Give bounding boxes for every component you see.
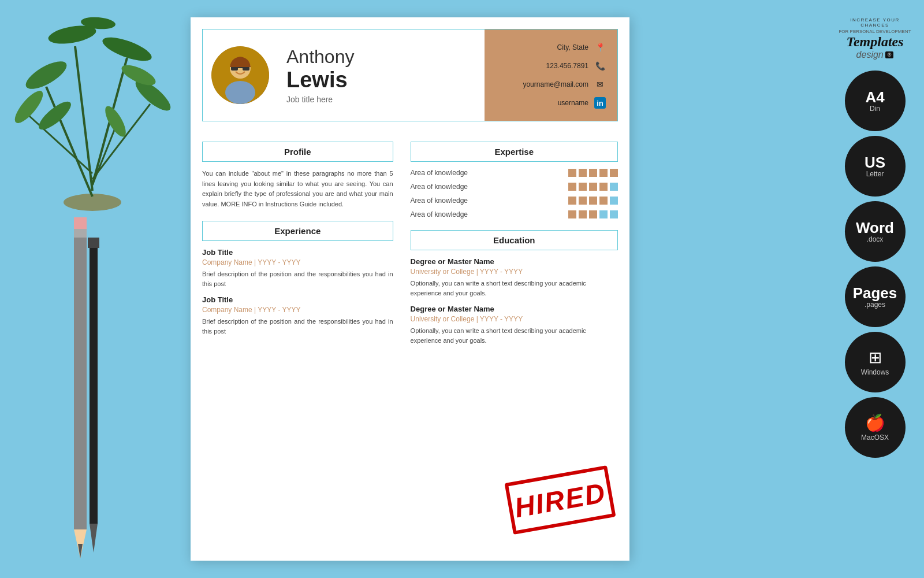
education-section: Education Degree or Master Name Universi… (411, 230, 618, 345)
dot (599, 169, 608, 177)
email-icon: ✉ (594, 79, 606, 90)
expertise-header: Expertise (411, 142, 618, 162)
dot (589, 197, 597, 205)
dot (568, 197, 576, 205)
badge-windows-sub: Windows (861, 368, 889, 376)
expertise-label-1: Area of knowledge (411, 169, 468, 177)
education-header: Education (411, 230, 618, 250)
job-desc-1: Brief description of the position and th… (202, 269, 393, 288)
expertise-item-2: Area of knowledge (411, 183, 618, 191)
dot-empty (610, 197, 618, 205)
pencil-decoration (58, 200, 104, 578)
svg-rect-16 (74, 229, 87, 529)
university-1: University or College | YYYY - YYYY (411, 268, 618, 276)
degree-1: Degree or Master Name (411, 257, 618, 266)
apple-icon: 🍎 (865, 413, 885, 432)
edu-item-2: Degree or Master Name University or Coll… (411, 305, 618, 345)
experience-header: Experience (202, 221, 393, 241)
company-2: Company Name | YYYY - YYYY (202, 306, 393, 314)
phone-text: 123.456.7891 (546, 62, 588, 70)
expertise-item-4: Area of knowledge (411, 210, 618, 218)
skill-dots-1 (568, 169, 618, 177)
profile-header: Profile (202, 142, 393, 162)
company-1: Company Name | YYYY - YYYY (202, 258, 393, 266)
badge-us-main: US (865, 155, 885, 170)
badge-pages-sub: .pages (865, 301, 885, 309)
badge-word-sub: .docx (867, 235, 884, 243)
dot-empty (610, 210, 618, 218)
templates-brand-text: Templates (837, 34, 912, 50)
resume-header: Anthony Lewis Job title here City, State… (202, 29, 618, 121)
dot (568, 169, 576, 177)
svg-point-26 (225, 81, 255, 104)
badge-word-main: Word (856, 220, 894, 235)
skill-dots-4 (568, 210, 618, 218)
edu-desc-1: Optionally, you can write a short text d… (411, 279, 618, 298)
first-name: Anthony (286, 46, 476, 68)
brand-tagline: INCREASE YOUR CHANCES (837, 17, 912, 28)
job-title-1: Job Title (202, 248, 393, 257)
linkedin-text: username (558, 99, 588, 107)
windows-icon: ⊞ (869, 348, 882, 367)
badge-a4: A4 Din (845, 71, 906, 131)
city-text: City, State (557, 43, 588, 51)
dot (579, 197, 587, 205)
dot (589, 183, 597, 191)
skill-dots-3 (568, 197, 618, 205)
phone-icon: 📞 (594, 60, 606, 72)
contact-info: City, State 📍 123.456.7891 📞 yourname@ma… (485, 29, 617, 121)
dot (568, 183, 576, 191)
dot (589, 210, 597, 218)
dot (579, 169, 587, 177)
job-item-2: Job Title Company Name | YYYY - YYYY Bri… (202, 295, 393, 336)
expertise-label-2: Area of knowledge (411, 183, 468, 191)
avatar (211, 46, 269, 104)
badge-us-sub: Letter (866, 170, 884, 178)
expertise-item-1: Area of knowledge (411, 169, 618, 177)
brand-logo: INCREASE YOUR CHANCES FOR PERSONAL DEVEL… (837, 17, 912, 60)
email-contact: yourname@mail.com ✉ (496, 79, 606, 90)
header-photo (203, 29, 278, 121)
phone-contact: 123.456.7891 📞 (496, 60, 606, 72)
badge-macosx: 🍎 MacOSX (845, 397, 906, 458)
svg-rect-23 (88, 238, 99, 248)
badge-windows: ⊞ Windows (845, 332, 906, 392)
badge-a4-sub: Din (870, 105, 880, 113)
dot (579, 183, 587, 191)
dot (599, 183, 608, 191)
svg-rect-20 (74, 229, 87, 238)
badge-macosx-sub: MacOSX (861, 433, 889, 442)
profile-text: You can include "about me" in these para… (202, 169, 393, 209)
location-icon: 📍 (594, 42, 606, 53)
hired-stamp: HIRED (505, 465, 616, 535)
badge-word: Word .docx (845, 201, 906, 262)
skill-dots-2 (568, 183, 618, 191)
degree-2: Degree or Master Name (411, 305, 618, 313)
svg-rect-21 (90, 246, 98, 524)
expertise-label-4: Area of knowledge (411, 210, 468, 218)
dot-empty (599, 210, 608, 218)
university-2: University or College | YYYY - YYYY (411, 315, 618, 323)
email-text: yourname@mail.com (523, 80, 588, 88)
expertise-section: Expertise Area of knowledge Area of know… (411, 142, 618, 218)
plant-decoration (0, 0, 185, 220)
dot (568, 210, 576, 218)
svg-marker-18 (78, 544, 83, 558)
resume-body: Profile You can include "about me" in th… (191, 130, 629, 357)
svg-line-5 (75, 46, 92, 191)
experience-section: Experience Job Title Company Name | YYYY… (202, 221, 393, 336)
job-item-1: Job Title Company Name | YYYY - YYYY Bri… (202, 248, 393, 288)
svg-line-6 (92, 127, 116, 185)
last-name: Lewis (286, 68, 476, 92)
edu-desc-2: Optionally, you can write a short text d… (411, 326, 618, 345)
job-desc-2: Brief description of the position and th… (202, 317, 393, 336)
linkedin-contact: username in (496, 97, 606, 109)
expertise-label-3: Area of knowledge (411, 197, 468, 205)
dot-empty (610, 183, 618, 191)
dot (610, 169, 618, 177)
city-contact: City, State 📍 (496, 42, 606, 53)
dot (589, 169, 597, 177)
header-name-section: Anthony Lewis Job title here (278, 29, 485, 121)
badge-us: US Letter (845, 136, 906, 197)
svg-point-13 (35, 97, 74, 134)
